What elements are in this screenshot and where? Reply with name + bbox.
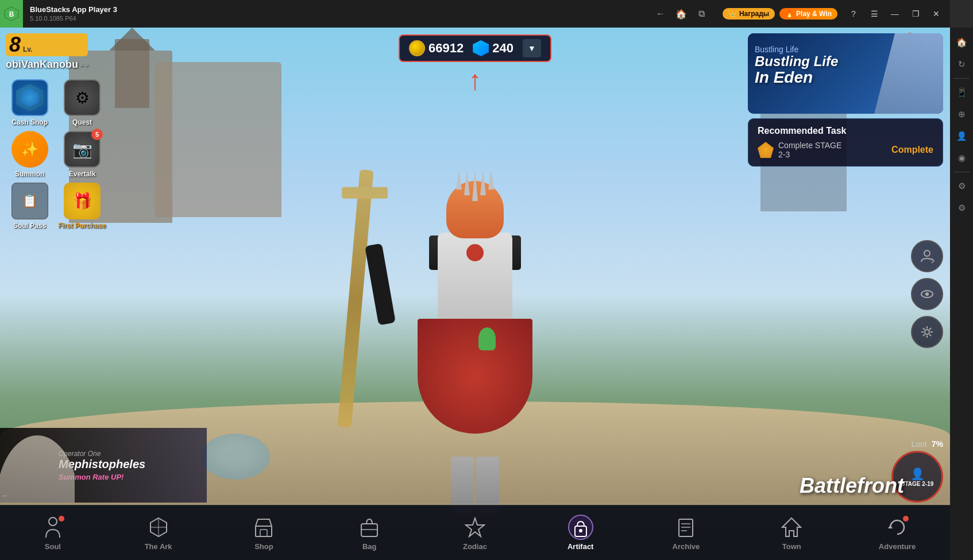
nav-item-artifact[interactable]: Artifact xyxy=(555,515,607,551)
nav-item-town[interactable]: Town xyxy=(766,515,817,551)
char-belt-item xyxy=(478,327,496,350)
cashshop-inner-icon xyxy=(21,88,39,107)
close-button[interactable]: ✕ xyxy=(927,5,945,23)
the-ark-nav-icon xyxy=(146,515,171,540)
rt-profile[interactable]: 👤 xyxy=(951,126,972,146)
nav-item-the-ark[interactable]: The Ark xyxy=(133,515,184,551)
profile-circle-button[interactable] xyxy=(911,240,943,272)
soul-nav-label: Soul xyxy=(45,542,61,551)
annotation-arrow: ↑ xyxy=(468,67,482,94)
currency-dropdown[interactable]: ▼ xyxy=(523,39,541,57)
nav-buttons: ← 🏠 ⧉ xyxy=(647,5,716,23)
quest-gear-icon: ⚙ xyxy=(75,88,90,107)
help-button[interactable]: ? xyxy=(844,5,863,23)
svg-rect-10 xyxy=(256,526,272,536)
bg-building-2 xyxy=(155,62,281,217)
rt-home[interactable]: 🏠 xyxy=(951,32,972,53)
right-toolbar: 🏠 ↻ 📱 ⊕ 👤 ◉ ⚙ ⚙ xyxy=(950,28,973,560)
rt-expand[interactable]: ⊕ xyxy=(951,104,972,125)
toolbar-divider-2 xyxy=(953,172,970,172)
ark-icon xyxy=(148,517,169,538)
zodiac-icon xyxy=(465,517,485,538)
stage-person-icon: 👤 xyxy=(910,467,925,481)
play-win-badge[interactable]: 🔥 Play & Win xyxy=(779,8,837,20)
summon-banner[interactable]: Operator One Mephistopheles Summon Rate … xyxy=(0,428,207,503)
char-body xyxy=(395,181,555,514)
first-purchase-label: First Purchase xyxy=(58,222,106,230)
svg-point-17 xyxy=(579,529,582,532)
shop-nav-icon xyxy=(251,515,276,540)
char-arm-left xyxy=(365,243,396,325)
level-lv: Lv. xyxy=(23,45,32,53)
task-row: Complete STAGE2-3 Complete xyxy=(758,141,933,159)
svg-marker-15 xyxy=(466,518,484,536)
nav-item-bag[interactable]: Bag xyxy=(343,515,395,551)
nav-item-zodiac[interactable]: Zodiac xyxy=(449,515,501,551)
home-button[interactable]: 🏠 xyxy=(672,5,690,23)
player-name-dots: - - xyxy=(80,60,88,69)
menu-item-summon[interactable]: ✨ Summon xyxy=(6,131,53,178)
main-character xyxy=(366,141,584,514)
banner-collapse-button[interactable]: − xyxy=(2,491,7,500)
rt-settings-1[interactable]: ⚙ xyxy=(951,176,972,196)
settings-circle-button[interactable] xyxy=(911,316,943,348)
char-skirt xyxy=(418,319,532,434)
adventure-notification-dot xyxy=(903,516,909,522)
rt-refresh[interactable]: ↻ xyxy=(951,54,972,75)
currency-bar: 66912 240 ▼ xyxy=(399,34,551,62)
eden-banner[interactable]: Bustling Life Bustling Life In Eden xyxy=(748,33,943,114)
svg-rect-13 xyxy=(361,524,377,536)
adventure-nav-icon xyxy=(885,515,910,540)
task-description: Complete STAGE2-3 xyxy=(778,141,891,159)
minimize-button[interactable]: — xyxy=(886,5,904,23)
maximize-button[interactable]: ❐ xyxy=(906,5,925,23)
evertalk-icon: 📷 5 xyxy=(64,131,101,168)
loot-label: Loot xyxy=(912,439,927,449)
quest-label: Quest xyxy=(72,118,92,126)
left-sidebar: Cash Shop ⚙ Quest ✨ Summon 📷 5 xyxy=(6,79,106,230)
rt-phone[interactable]: 📱 xyxy=(951,82,972,103)
right-panel: Bustling Life Bustling Life In Eden Reco… xyxy=(748,33,943,167)
task-complete-button[interactable]: Complete xyxy=(891,145,933,155)
menu-item-cash-shop[interactable]: Cash Shop xyxy=(6,79,53,126)
town-nav-label: Town xyxy=(782,542,801,551)
eden-banner-title: Bustling Life In Eden xyxy=(755,54,838,87)
nav-item-shop[interactable]: Shop xyxy=(238,515,289,551)
settings-button[interactable]: ☰ xyxy=(865,5,883,23)
shop-icon xyxy=(253,517,274,538)
rewards-badge[interactable]: 👑 Награды xyxy=(723,8,775,20)
back-button[interactable]: ← xyxy=(651,5,670,23)
tabs-button[interactable]: ⧉ xyxy=(693,5,711,23)
artifact-lock-icon xyxy=(570,517,591,538)
rt-settings-2[interactable]: ⚙ xyxy=(951,198,972,218)
svg-marker-22 xyxy=(782,518,801,536)
cashshop-hex-icon xyxy=(16,84,44,111)
task-title: Recommended Task xyxy=(758,126,933,136)
recommended-task-panel: Recommended Task Complete STAGE2-3 Compl… xyxy=(748,118,943,167)
menu-item-evertalk[interactable]: 📷 5 Evertalk xyxy=(58,131,106,178)
rt-eye[interactable]: ◉ xyxy=(951,148,972,168)
app-title: BlueStacks App Player 3 xyxy=(30,5,117,14)
evertalk-badge: 5 xyxy=(91,129,103,140)
toolbar-divider-1 xyxy=(953,78,970,79)
char-crown xyxy=(452,169,498,192)
nav-item-adventure[interactable]: Adventure xyxy=(871,515,923,551)
zodiac-nav-label: Zodiac xyxy=(463,542,487,551)
nav-item-archive[interactable]: Archive xyxy=(660,515,712,551)
menu-item-quest[interactable]: ⚙ Quest xyxy=(58,79,106,126)
bottom-navigation: Soul The Ark xyxy=(0,505,950,560)
nav-item-soul[interactable]: Soul xyxy=(27,515,79,551)
quest-icon: ⚙ xyxy=(64,79,101,116)
app-name-container: BlueStacks App Player 3 5.10.0.1085 P64 xyxy=(23,5,647,22)
soul-notification-dot xyxy=(59,516,64,522)
play-win-label: Play & Win xyxy=(796,10,832,18)
svg-point-6 xyxy=(49,517,57,526)
eden-banner-text: Bustling Life Bustling Life In Eden xyxy=(755,45,838,87)
app-logo: B xyxy=(0,0,23,28)
banner-title: Mephistopheles xyxy=(59,458,200,470)
menu-item-first-purchase[interactable]: 🎁 First Purchase xyxy=(58,183,106,230)
summon-label: Summon xyxy=(15,170,44,178)
gem-icon xyxy=(473,40,489,56)
eye-circle-button[interactable] xyxy=(911,278,943,310)
menu-item-soul-pass[interactable]: 📋 Soul Pass xyxy=(6,183,53,230)
